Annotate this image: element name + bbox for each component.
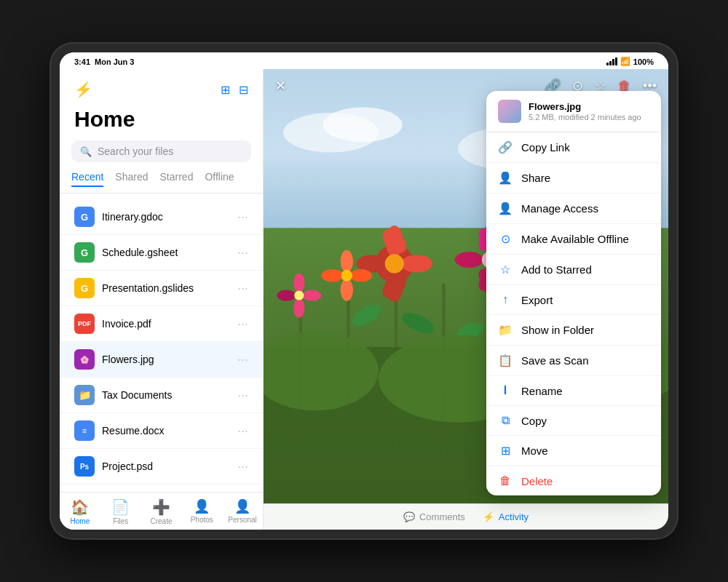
file-more-button[interactable]: ··· (237, 423, 248, 439)
close-button[interactable]: ✕ (275, 78, 286, 94)
list-item[interactable]: G Itinerary.gdoc ··· (60, 199, 263, 235)
save-scan-icon: 📋 (498, 354, 513, 367)
file-name: Resume.docx (102, 425, 237, 436)
nav-home[interactable]: 🏠 Home (62, 498, 98, 525)
svg-point-33 (321, 269, 344, 282)
menu-copy-label: Copy (521, 415, 547, 427)
svg-point-15 (401, 255, 433, 272)
battery-display: 100% (633, 57, 654, 66)
list-item[interactable]: PDF Invoice.pdf ··· (60, 306, 263, 342)
share-icon: 👤 (498, 171, 513, 185)
image-panel: ✕ 🔗 ⊙ ☆ 🗑 ••• ℹ Flo (264, 69, 668, 530)
nav-photos-label: Photos (191, 516, 213, 524)
menu-save-scan[interactable]: 📋 Save as Scan (486, 346, 661, 376)
file-type-icon: Ps (74, 456, 95, 477)
photos-icon: 👤 (194, 498, 210, 514)
menu-starred-label: Add to Starred (521, 263, 592, 276)
file-name: Project.psd (102, 461, 237, 472)
activity-tab[interactable]: ⚡ Activity (483, 511, 529, 522)
activity-icon: ⚡ (483, 511, 494, 522)
device-frame: 3:41 Mon Jun 3 📶 100% ⚡ (51, 44, 677, 538)
svg-point-3 (323, 107, 403, 142)
list-item[interactable]: 🌸 Flowers.jpg ··· (60, 342, 263, 378)
status-bar: 3:41 Mon Jun 3 📶 100% (60, 52, 668, 69)
menu-export[interactable]: ↑ Export (486, 285, 661, 315)
files-icon: 📄 (111, 498, 130, 516)
list-item[interactable]: 📁 Tax Documents ··· (60, 378, 263, 413)
context-menu-header: Flowers.jpg 5.2 MB, modified 2 minutes a… (486, 91, 661, 132)
nav-files[interactable]: 📄 Files (103, 498, 139, 525)
menu-share[interactable]: 👤 Share (486, 163, 661, 194)
grid-view-button[interactable]: ⊟ (239, 83, 248, 97)
svg-point-30 (341, 250, 353, 273)
sidebar: ⚡ ⊞ ⊟ Home 🔍 Search your files Recent Sh… (60, 69, 264, 530)
menu-starred[interactable]: ☆ Add to Starred (486, 255, 661, 285)
file-more-button[interactable]: ··· (237, 210, 248, 225)
comments-tab[interactable]: 💬 Comments (403, 511, 465, 522)
tab-offline[interactable]: Offline (205, 171, 234, 187)
move-icon: ⊞ (498, 444, 513, 458)
file-more-button[interactable]: ··· (237, 388, 248, 403)
file-name: Itinerary.gdoc (102, 211, 237, 223)
status-left: 3:41 Mon Jun 3 (74, 57, 134, 66)
manage-access-icon: 👤 (498, 202, 513, 215)
scan-button[interactable]: ⊞ (221, 83, 230, 97)
menu-rename[interactable]: I Rename (486, 376, 661, 406)
nav-photos[interactable]: 👤 Photos (183, 498, 220, 525)
svg-point-24 (455, 252, 483, 268)
menu-copy-link-label: Copy Link (521, 141, 570, 154)
file-type-icon: 🌸 (74, 349, 95, 370)
list-item[interactable]: G Presentation.gslides ··· (60, 271, 263, 306)
menu-show-folder[interactable]: 📁 Show in Folder (486, 315, 661, 346)
svg-point-52 (294, 290, 304, 300)
nav-personal-label: Personal (228, 516, 256, 524)
file-more-button[interactable]: ··· (237, 459, 248, 474)
date-display: Mon Jun 3 (95, 57, 134, 66)
nav-files-label: Files (113, 517, 128, 525)
menu-move[interactable]: ⊞ Move (486, 436, 661, 466)
file-more-button[interactable]: ··· (237, 352, 248, 367)
svg-point-51 (277, 290, 296, 300)
nav-create-label: Create (150, 517, 172, 525)
sidebar-title: Home (60, 104, 263, 140)
file-type-icon: PDF (74, 314, 95, 334)
menu-copy[interactable]: ⧉ Copy (486, 406, 661, 436)
tab-starred[interactable]: Starred (160, 171, 194, 187)
menu-offline[interactable]: ⊙ Make Available Offline (486, 224, 661, 255)
file-list: G Itinerary.gdoc ··· G Schedule.gsheet ·… (60, 199, 263, 492)
personal-icon: 👤 (234, 498, 250, 514)
menu-copy-link[interactable]: 🔗 Copy Link (486, 132, 661, 163)
home-icon: 🏠 (71, 498, 89, 516)
file-more-button[interactable]: ··· (237, 281, 248, 296)
context-file-thumbnail (498, 100, 521, 123)
menu-manage-access[interactable]: 👤 Manage Access (486, 194, 661, 224)
file-type-icon: G (74, 207, 95, 227)
nav-personal[interactable]: 👤 Personal (224, 498, 261, 525)
rename-icon: I (498, 384, 513, 397)
context-file-meta: 5.2 MB, modified 2 minutes ago (529, 113, 649, 121)
file-name: Schedule.gsheet (102, 247, 237, 258)
menu-move-label: Move (521, 445, 548, 457)
file-type-icon: ≡ (74, 420, 95, 441)
list-item[interactable]: G Slideshow.gslides ··· (60, 485, 263, 492)
tab-shared[interactable]: Shared (115, 171, 148, 187)
file-type-icon: G (74, 242, 95, 263)
nav-create[interactable]: ➕ Create (143, 498, 179, 525)
activity-label: Activity (499, 511, 529, 522)
file-more-button[interactable]: ··· (237, 316, 248, 332)
wifi-icon: 📶 (620, 57, 630, 66)
comments-label: Comments (419, 511, 465, 522)
search-bar[interactable]: 🔍 Search your files (71, 140, 251, 162)
svg-point-48 (293, 273, 304, 292)
file-name: Invoice.pdf (102, 318, 237, 330)
list-item[interactable]: G Schedule.gsheet ··· (60, 235, 263, 271)
svg-point-49 (302, 290, 321, 300)
context-file-info: Flowers.jpg 5.2 MB, modified 2 minutes a… (529, 101, 649, 121)
context-file-name: Flowers.jpg (529, 101, 649, 112)
menu-delete[interactable]: 🗑 Delete (486, 466, 661, 495)
list-item[interactable]: Ps Project.psd ··· (60, 449, 263, 485)
menu-delete-label: Delete (521, 475, 553, 487)
file-more-button[interactable]: ··· (237, 245, 248, 260)
list-item[interactable]: ≡ Resume.docx ··· (60, 413, 263, 449)
tab-recent[interactable]: Recent (71, 171, 103, 187)
